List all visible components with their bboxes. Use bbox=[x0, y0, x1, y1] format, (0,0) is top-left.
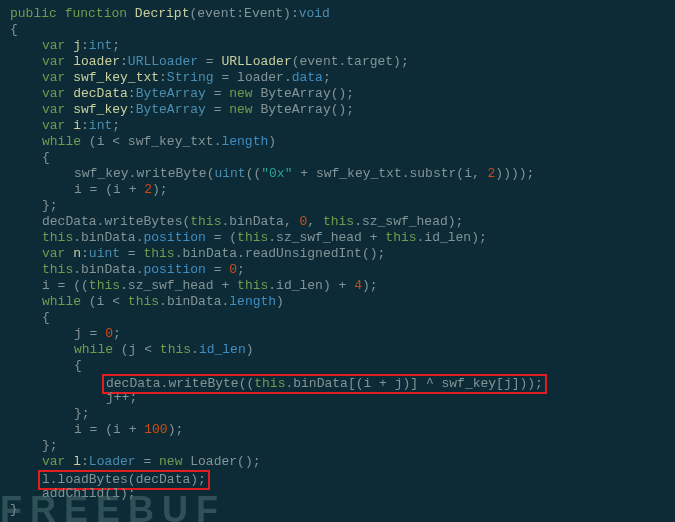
code-line: var swf_key_txt:String = loader.data; bbox=[10, 70, 665, 86]
code-line: while (i < swf_key_txt.length) bbox=[10, 134, 665, 150]
code-line: addChild(l); bbox=[10, 486, 665, 502]
code-line: { bbox=[10, 22, 665, 38]
code-line: { bbox=[10, 358, 665, 374]
code-line: var j:int; bbox=[10, 38, 665, 54]
code-line: j = 0; bbox=[10, 326, 665, 342]
code-line: }; bbox=[10, 198, 665, 214]
code-line: public function Decript(event:Event):voi… bbox=[10, 6, 665, 22]
code-line: i = (i + 100); bbox=[10, 422, 665, 438]
code-line: i = (i + 2); bbox=[10, 182, 665, 198]
code-line: var n:uint = this.binData.readUnsignedIn… bbox=[10, 246, 665, 262]
code-line: var i:int; bbox=[10, 118, 665, 134]
code-line: { bbox=[10, 310, 665, 326]
code-line: while (i < this.binData.length) bbox=[10, 294, 665, 310]
code-line: l.loadBytes(decData); bbox=[10, 470, 665, 486]
code-line: this.binData.position = 0; bbox=[10, 262, 665, 278]
code-line: var swf_key:ByteArray = new ByteArray(); bbox=[10, 102, 665, 118]
code-line: }; bbox=[10, 438, 665, 454]
code-line: while (j < this.id_len) bbox=[10, 342, 665, 358]
code-line: } bbox=[10, 502, 665, 518]
code-line: i = ((this.sz_swf_head + this.id_len) + … bbox=[10, 278, 665, 294]
code-line: this.binData.position = (this.sz_swf_hea… bbox=[10, 230, 665, 246]
code-block: public function Decript(event:Event):voi… bbox=[10, 6, 665, 518]
highlight-box-1: decData.writeByte((this.binData[(i + j)]… bbox=[102, 374, 547, 394]
code-line: decData.writeByte((this.binData[(i + j)]… bbox=[10, 374, 665, 390]
code-line: }; bbox=[10, 406, 665, 422]
code-line: var loader:URLLoader = URLLoader(event.t… bbox=[10, 54, 665, 70]
code-line: swf_key.writeByte(uint(("0x" + swf_key_t… bbox=[10, 166, 665, 182]
code-line: { bbox=[10, 150, 665, 166]
code-line: var l:Loader = new Loader(); bbox=[10, 454, 665, 470]
code-line: var decData:ByteArray = new ByteArray(); bbox=[10, 86, 665, 102]
code-line: decData.writeBytes(this.binData, 0, this… bbox=[10, 214, 665, 230]
